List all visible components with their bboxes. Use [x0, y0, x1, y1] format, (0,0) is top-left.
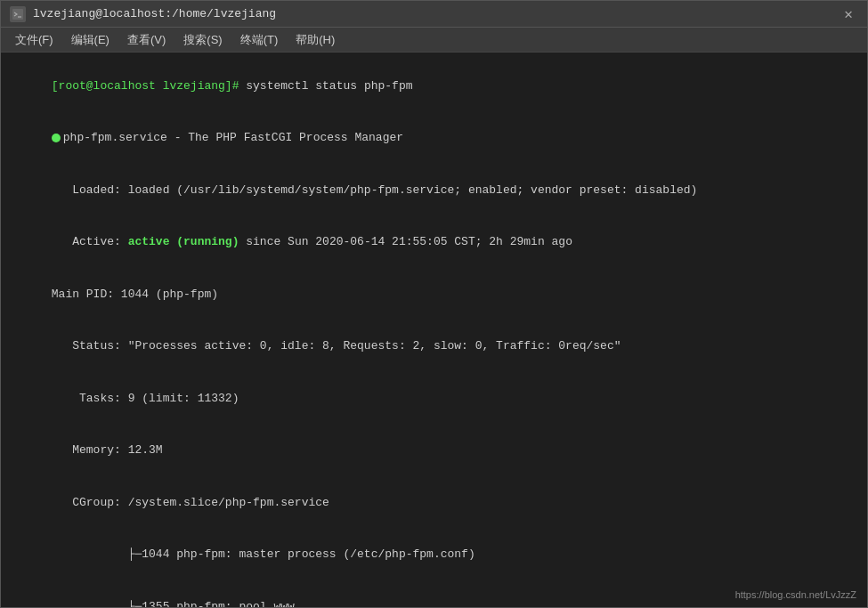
menu-view[interactable]: 查看(V) [118, 29, 174, 51]
window-title: lvzejiang@localhost:/home/lvzejiang [33, 7, 276, 20]
line-active: Active: active (running) since Sun 2020-… [10, 216, 858, 269]
menu-help[interactable]: 帮助(H) [287, 29, 344, 51]
terminal-body[interactable]: [root@localhost lvzejiang]# systemctl st… [1, 53, 867, 607]
menu-edit[interactable]: 编辑(E) [62, 29, 118, 51]
line-cgroup: CGroup: /system.slice/php-fpm.service [10, 476, 858, 529]
menu-file[interactable]: 文件(F) [6, 29, 62, 51]
active-status: active (running) [128, 235, 239, 248]
menu-search[interactable]: 搜索(S) [174, 29, 231, 51]
line-loaded: Loaded: loaded (/usr/lib/systemd/system/… [10, 164, 858, 216]
line-p1355: ├─1355 php-fpm: pool www [10, 580, 858, 607]
line-service: php-fpm.service - The PHP FastCGI Proces… [10, 112, 858, 165]
line-memory: Memory: 12.3M [10, 425, 858, 477]
prompt1: [root@localhost lvzejiang]# [52, 79, 239, 93]
line-mainpid: Main PID: 1044 (php-fpm) [10, 268, 858, 320]
terminal-icon [10, 6, 26, 22]
menu-terminal[interactable]: 终端(T) [231, 29, 288, 51]
line-p1044: ├─1044 php-fpm: master process (/etc/php… [10, 529, 858, 581]
menu-bar: 文件(F) 编辑(E) 查看(V) 搜索(S) 终端(T) 帮助(H) [1, 28, 867, 53]
title-bar: lvzejiang@localhost:/home/lvzejiang ✕ [1, 1, 867, 28]
title-bar-left: lvzejiang@localhost:/home/lvzejiang [10, 6, 276, 22]
line-cmd1: [root@localhost lvzejiang]# systemctl st… [10, 60, 858, 112]
terminal-window: lvzejiang@localhost:/home/lvzejiang ✕ 文件… [0, 0, 868, 608]
line-tasks: Tasks: 9 (limit: 11332) [10, 372, 858, 425]
line-status: Status: "Processes active: 0, idle: 8, R… [10, 320, 858, 373]
close-button[interactable]: ✕ [839, 4, 858, 25]
dot-indicator [52, 134, 61, 142]
watermark: https://blog.csdn.net/LvJzzZ [735, 589, 856, 600]
